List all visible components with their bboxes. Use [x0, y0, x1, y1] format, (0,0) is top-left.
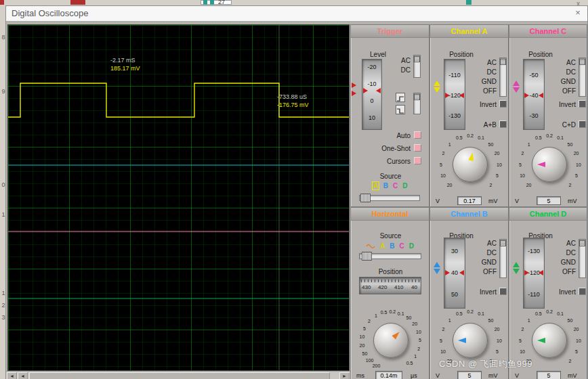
cursor1-time: -2.17 mS	[110, 56, 140, 64]
cursors-button[interactable]	[414, 157, 421, 164]
channel-b-position-scale[interactable]: 30 40 50	[444, 238, 465, 309]
channel-a-gain-knob[interactable]: 20105210.50.20.150201052	[436, 131, 504, 198]
knob-scale-value: 2	[368, 319, 371, 324]
channel-a-invert-button[interactable]	[499, 100, 507, 108]
trigger-edge-slider[interactable]	[413, 93, 421, 114]
channel-c-sum-button[interactable]	[579, 120, 586, 128]
knob-scale-value: 0.2	[546, 309, 553, 314]
knob-scale-value: 200	[373, 363, 381, 368]
trigger-panel: Trigger Level -20 -10 0 10 AC DC	[350, 24, 429, 207]
oscilloscope-window: Digital Oscilloscope × -2.17 mS 185.17 m…	[5, 5, 588, 379]
dc-label: DC	[468, 68, 497, 76]
knob-scale-value: 20	[574, 151, 579, 156]
channel-d-position-scale[interactable]: -130 -120 -110	[523, 238, 545, 309]
position-nudge-icon[interactable]	[513, 262, 521, 274]
scope-screen[interactable]: -2.17 mS 185.17 mV -733.88 uS -176.75 mV	[7, 24, 350, 371]
falling-edge-button[interactable]	[396, 105, 405, 114]
knob-scale-value: 1	[375, 313, 377, 318]
knob-scale-value: 5	[440, 338, 442, 343]
knob-face[interactable]	[373, 323, 408, 358]
channel-a-sum-button[interactable]	[499, 120, 507, 128]
source-b-button[interactable]: B	[383, 182, 388, 190]
channel-d-coupling-slider[interactable]	[579, 239, 586, 278]
source-a-button[interactable]: A	[380, 242, 385, 250]
channel-d-invert-button[interactable]	[579, 288, 586, 295]
knob-face[interactable]	[453, 323, 488, 358]
channel-c-coupling-slider[interactable]	[579, 58, 586, 97]
scroll-right-icon[interactable]: ►	[339, 372, 350, 379]
knob-scale-value: 2	[417, 346, 420, 351]
slider-thumb[interactable]	[579, 59, 585, 65]
channel-a-position-scale[interactable]: -110 -120 -130	[444, 59, 465, 130]
channel-a-value: 0.17	[457, 196, 482, 205]
knob-scale-value: 5	[496, 349, 499, 354]
channel-c-gain-knob[interactable]: 20105210.50.20.150201052	[516, 131, 583, 198]
channel-a-coupling-slider[interactable]	[499, 58, 507, 97]
horizontal-scrollbar[interactable]: ◄ ◄ ►	[6, 371, 350, 379]
gnd-label: GND	[547, 78, 576, 85]
rising-edge-button[interactable]	[396, 93, 405, 102]
channel-b-title: Channel B	[430, 208, 508, 221]
slider-thumb[interactable]	[500, 240, 506, 246]
position-nudge-icon[interactable]	[513, 81, 521, 93]
trigger-level-scale[interactable]: -20 -10 0 10	[362, 59, 382, 130]
scroll-left-icon[interactable]: ◄	[7, 372, 17, 379]
knob-scale-value: 5	[496, 173, 499, 178]
close-button[interactable]: ×	[572, 7, 583, 18]
unit-right: mV	[568, 198, 577, 204]
unit-right: mV	[488, 198, 498, 204]
trigger-coupling-slider[interactable]	[413, 55, 421, 78]
scroll-left-icon[interactable]: ◄	[18, 372, 28, 379]
source-d-button[interactable]: D	[402, 182, 407, 190]
knob-scale-value: 2	[521, 151, 524, 156]
knob-scale-value: 1	[414, 354, 417, 359]
timebase-knob[interactable]: 2001005020105210.50.20.15020105210.5	[357, 307, 425, 374]
bg-fragment	[70, 0, 85, 5]
knob-scale-value: 0.2	[467, 309, 474, 314]
knob-pointer-icon	[537, 338, 545, 343]
position-nudge-icon[interactable]	[434, 262, 442, 274]
off-label: OFF	[468, 87, 497, 95]
knob-scale-value: 0.1	[398, 311, 404, 315]
scrollbar-thumb[interactable]	[29, 372, 330, 379]
knob-face[interactable]	[453, 147, 488, 182]
knob-face[interactable]	[532, 323, 567, 358]
knob-scale-value: 0.5	[535, 135, 542, 140]
channel-c-invert-button[interactable]	[579, 100, 586, 108]
knob-scale-value: 1	[448, 141, 451, 146]
auto-button[interactable]	[414, 131, 421, 139]
titlebar[interactable]: Digital Oscilloscope ×	[6, 6, 587, 22]
knob-scale-value: 10	[520, 173, 525, 178]
channel-b-invert-button[interactable]	[499, 288, 507, 295]
horizontal-position-ruler[interactable]: 430 420 410 40	[359, 277, 421, 294]
bg-fragment	[203, 0, 207, 5]
knob-scale-value: 0.5	[456, 311, 463, 316]
source-c-button[interactable]: C	[393, 182, 398, 190]
knob-face[interactable]	[532, 147, 567, 182]
source-b-button[interactable]: B	[390, 242, 394, 250]
slider-thumb[interactable]	[414, 94, 420, 100]
horizontal-source-slider[interactable]	[359, 253, 421, 259]
ac-label: AC	[547, 59, 576, 66]
channel-b-coupling-slider[interactable]	[499, 239, 507, 278]
trigger-bottom-slider[interactable]	[359, 195, 420, 201]
knob-scale-value: 2	[568, 359, 571, 363]
source-c-button[interactable]: C	[400, 242, 404, 250]
horizontal-panel: Horizontal Source A B C D Position	[350, 207, 429, 379]
source-d-button[interactable]: D	[409, 242, 414, 250]
source-a-button[interactable]: A	[373, 182, 379, 190]
one-shot-button[interactable]	[414, 144, 421, 152]
ruler-value: 430	[362, 284, 371, 290]
scale-value: 0	[362, 97, 381, 104]
slider-thumb[interactable]	[362, 252, 372, 261]
control-panels: Trigger Level -20 -10 0 10 AC DC	[350, 24, 587, 379]
slider-thumb[interactable]	[579, 240, 585, 246]
knob-scale-value: 10	[440, 349, 446, 354]
slider-thumb[interactable]	[500, 59, 506, 65]
position-nudge-icon[interactable]	[434, 81, 442, 93]
gnd-label: GND	[468, 259, 497, 266]
slider-thumb[interactable]	[360, 194, 371, 202]
knob-scale-value: 2	[521, 327, 524, 332]
channel-c-position-scale[interactable]: -50 -40 -30	[523, 59, 545, 130]
slider-thumb[interactable]	[414, 56, 420, 62]
